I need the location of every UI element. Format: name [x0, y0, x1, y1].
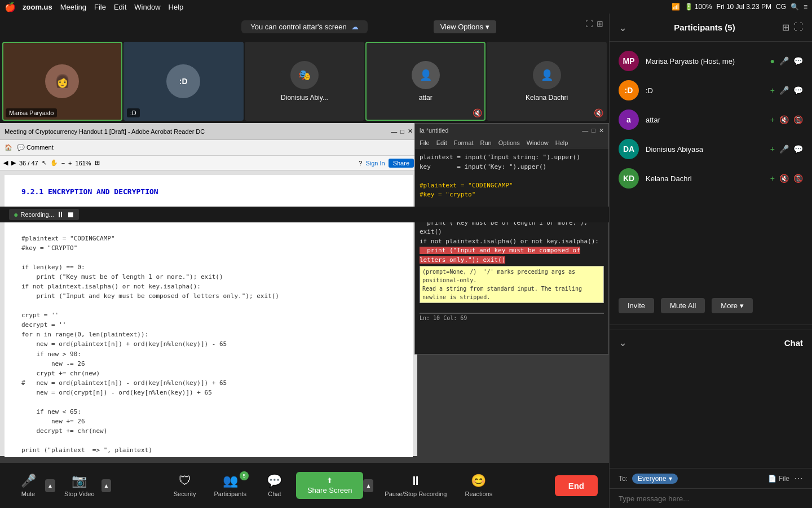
add-icon-kelana[interactable]: + — [770, 174, 775, 183]
participants-view-icon[interactable]: ⊞ — [782, 22, 789, 33]
video-icon-marisa[interactable]: 💬 — [793, 56, 803, 65]
pdf-close[interactable]: ✕ — [408, 128, 413, 135]
participants-fullscreen-icon[interactable]: ⛶ — [794, 22, 803, 33]
stop-video-button[interactable]: 📷 Stop Video — [58, 470, 102, 501]
mic-icon-dionisius[interactable]: 🎤 — [779, 144, 789, 154]
pdf-cursor-tool[interactable]: ↖ — [42, 159, 47, 167]
pdf-nav-prev[interactable]: ◀ — [3, 159, 8, 167]
pdf-nav-next[interactable]: ▶ — [11, 159, 16, 167]
add-icon-attar[interactable]: + — [770, 115, 775, 124]
pdf-comment[interactable]: 💬 Comment — [17, 144, 54, 151]
fullscreen-icon[interactable]: ⛶ — [585, 19, 593, 28]
editor-maximize[interactable]: □ — [592, 127, 595, 134]
pause-recording-button[interactable]: ⏸ Pause/Stop Recording — [378, 470, 453, 501]
view-options-button[interactable]: View Options ▾ — [434, 20, 496, 33]
pdf-zoom-out[interactable]: − — [61, 160, 65, 167]
add-icon-d[interactable]: + — [770, 86, 775, 95]
participants-list: MP Marisa Paryasto (Host, me) ● 🎤 💬 :D :… — [610, 42, 812, 291]
zoom-topbar: You can control attar's screen ☁ View Op… — [0, 14, 609, 40]
pdf-hand-tool[interactable]: ✋ — [50, 159, 58, 167]
recording-bar: ● Recording... ⏸ ⏹ — [0, 207, 609, 222]
participants-icon: 👥 — [223, 474, 238, 488]
pdf-minimize[interactable]: — — [391, 128, 397, 135]
menu-meeting[interactable]: Meeting — [60, 3, 86, 11]
add-icon-dionisius[interactable]: + — [770, 144, 775, 154]
record-dot: ● — [14, 210, 18, 219]
mic-muted-attar[interactable]: 🔇 — [779, 115, 789, 124]
participants-collapse[interactable]: ⌄ — [619, 21, 627, 34]
editor-close[interactable]: ✕ — [599, 127, 604, 134]
menu-file[interactable]: File — [420, 139, 430, 146]
menu-options[interactable]: Options — [498, 139, 520, 146]
editor-minimize[interactable]: — — [582, 127, 588, 134]
pdf-zoom-in[interactable]: + — [68, 160, 72, 167]
video-thumb-marisa[interactable]: 👩 Marisa Paryasto — [2, 42, 122, 121]
recording-stop[interactable]: ⏹ — [67, 210, 74, 219]
participant-name-d: :D — [127, 108, 140, 117]
video-strip: 👩 Marisa Paryasto :D :D 🎭 Dionisius Abiy… — [0, 40, 609, 123]
mute-button[interactable]: 🎤 Mute — [11, 470, 45, 501]
mic-muted-kelana[interactable]: 🔇 — [779, 174, 789, 183]
menu-edit[interactable]: Edit — [114, 3, 126, 11]
chat-collapse[interactable]: ⌄ — [619, 336, 627, 349]
more-button[interactable]: More ▾ — [712, 298, 753, 313]
pause-icon: ⏸ — [409, 474, 422, 488]
pdf-help[interactable]: ? — [359, 160, 362, 167]
no-video-dionisius: 🎭 Dionisius Abiy... — [246, 43, 364, 120]
mute-all-button[interactable]: Mute All — [661, 298, 705, 313]
video-thumb-d[interactable]: :D :D — [123, 42, 244, 121]
invite-button[interactable]: Invite — [619, 298, 654, 313]
chat-everyone-selector[interactable]: Everyone ▾ — [632, 474, 678, 484]
chat-icon-dionisius[interactable]: 💬 — [793, 144, 803, 154]
stop-video-label: Stop Video — [64, 491, 95, 497]
video-thumb-attar[interactable]: 👤 attar 🔇 — [365, 42, 486, 121]
search-icon[interactable]: 🔍 — [791, 3, 799, 11]
menu-help[interactable]: Help — [169, 3, 184, 11]
chat-to-label: To: — [619, 475, 628, 483]
pdf-fit[interactable]: ⊞ — [95, 159, 100, 167]
video-thumb-dionisius[interactable]: 🎭 Dionisius Abiy... — [245, 42, 365, 121]
grid-icon[interactable]: ⊞ — [597, 19, 603, 28]
video-thumb-kelana[interactable]: 👤 Kelana Dachri 🔇 — [487, 42, 607, 121]
video-off-kelana[interactable]: 📵 — [793, 174, 803, 183]
chat-input-area[interactable] — [610, 488, 812, 508]
pdf-home[interactable]: 🏠 — [5, 144, 12, 151]
mute-chevron[interactable]: ▲ — [45, 479, 55, 492]
menu-file[interactable]: File — [94, 3, 106, 11]
more-dots-icon[interactable]: ⋯ — [794, 473, 803, 484]
editor-titlebar: la *untitled — □ ✕ — [415, 124, 608, 137]
pdf-share-btn[interactable]: Share — [389, 159, 414, 168]
recording-label: Recording... — [20, 211, 54, 218]
menu-window[interactable]: Window — [134, 3, 160, 11]
chat-button[interactable]: 💬 Chat — [258, 470, 292, 501]
recording-pause[interactable]: ⏸ — [56, 210, 64, 219]
chat-input[interactable] — [619, 494, 803, 503]
mic-icon-marisa[interactable]: 🎤 — [779, 56, 789, 65]
app-name[interactable]: zoom.us — [23, 3, 52, 11]
main-container: You can control attar's screen ☁ View Op… — [0, 14, 812, 508]
menu-edit[interactable]: Edit — [436, 139, 447, 146]
menu-run[interactable]: Run — [480, 139, 492, 146]
end-button[interactable]: End — [555, 475, 598, 496]
apple-icon[interactable]: 🍎 — [5, 2, 16, 12]
video-chevron[interactable]: ▲ — [102, 479, 112, 492]
panel-action-bar: Invite Mute All More ▾ — [610, 291, 812, 320]
mute-group: 🎤 Mute ▲ — [11, 470, 55, 501]
menu-window[interactable]: Window — [527, 139, 549, 146]
chat-body — [610, 355, 812, 468]
menu-icon[interactable]: ≡ — [804, 3, 807, 11]
menu-help[interactable]: Help — [555, 139, 568, 146]
menu-format[interactable]: Format — [454, 139, 474, 146]
participants-button[interactable]: 👥 Participants 5 — [207, 470, 253, 501]
chat-icon-d[interactable]: 💬 — [793, 86, 803, 95]
share-chevron[interactable]: ▲ — [363, 479, 373, 492]
security-button[interactable]: 🛡 Security — [167, 470, 203, 501]
pdf-sign-in[interactable]: Sign In — [365, 160, 385, 167]
mic-icon-d[interactable]: 🎤 — [779, 86, 789, 95]
video-off-attar[interactable]: 📵 — [793, 115, 803, 124]
cloud-icon: ☁ — [351, 23, 359, 31]
pdf-maximize[interactable]: □ — [400, 128, 404, 135]
file-button[interactable]: 📄 File — [768, 475, 789, 483]
reactions-button[interactable]: 😊 Reactions — [458, 470, 499, 501]
share-screen-button[interactable]: ⬆ Share Screen — [296, 472, 364, 499]
